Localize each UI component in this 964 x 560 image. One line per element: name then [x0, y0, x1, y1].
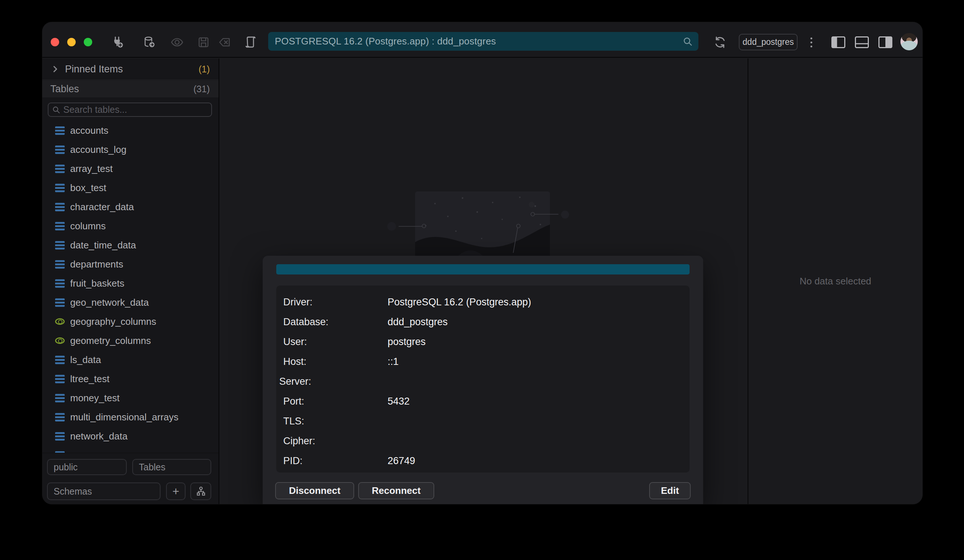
search-icon[interactable] [683, 37, 692, 46]
table-icon [55, 413, 65, 422]
table-row[interactable]: accounts_log [42, 140, 218, 159]
tables-section-header: Tables (31) [42, 80, 218, 98]
info-label: Host: [283, 356, 388, 368]
table-row[interactable]: character_data [42, 197, 218, 217]
save-button[interactable] [197, 35, 210, 49]
connection-info-row: Cipher: [283, 431, 690, 451]
table-icon [55, 318, 65, 325]
toggle-right-sidebar-button[interactable] [878, 36, 892, 48]
table-row[interactable]: departments [42, 255, 218, 274]
tables-header-label: Tables [50, 83, 194, 95]
info-value: ddd_postgres [388, 316, 448, 328]
table-row[interactable]: geography_columns [42, 312, 218, 331]
more-options-button[interactable] [806, 36, 817, 49]
preview-button[interactable] [170, 35, 184, 49]
table-icon [55, 260, 65, 269]
refresh-icon [713, 35, 727, 49]
connection-info-row: Host: ::1 [283, 352, 690, 371]
table-icon [55, 298, 65, 307]
table-row[interactable]: ltree_test [42, 369, 218, 388]
table-name: money_test [70, 392, 119, 404]
schema-selector[interactable]: public [47, 459, 127, 475]
toggle-bottom-panel-button[interactable] [855, 36, 869, 48]
table-row[interactable]: columns [42, 217, 218, 236]
table-row[interactable]: ls_data [42, 350, 218, 369]
refresh-button[interactable] [712, 34, 728, 50]
pinned-items-label: Pinned Items [65, 63, 199, 75]
connection-title: POSTGRESQL 16.2 (Postgres.app) : ddd_pos… [275, 36, 683, 47]
table-row[interactable]: box_test [42, 178, 218, 197]
toggle-left-sidebar-button[interactable] [831, 36, 845, 48]
info-value: 26749 [388, 455, 415, 467]
hierarchy-icon [196, 486, 206, 497]
table-row[interactable]: multi_dimensional_arrays [42, 407, 218, 427]
table-row[interactable]: geo_network_data [42, 293, 218, 312]
schema-diagram-button[interactable] [190, 482, 211, 500]
table-row[interactable]: accounts [42, 121, 218, 140]
vertical-dots-icon [811, 37, 812, 39]
connection-info-row: TLS: [283, 411, 690, 431]
table-search-box [48, 103, 212, 117]
close-window-button[interactable] [51, 38, 59, 46]
object-category-label: Tables [139, 462, 165, 472]
open-database-button[interactable] [142, 35, 156, 49]
tables-count: (31) [194, 84, 210, 94]
clear-button[interactable] [218, 35, 232, 49]
search-icon [52, 106, 60, 114]
plug-plus-icon [111, 36, 124, 49]
app-window: POSTGRESQL 16.2 (Postgres.app) : ddd_pos… [42, 22, 922, 504]
disconnect-button[interactable]: Disconnect [275, 482, 354, 499]
reconnect-button[interactable]: Reconnect [358, 482, 434, 499]
current-database-button[interactable]: ddd_postgres [739, 34, 798, 50]
sql-log-button[interactable] [244, 35, 257, 49]
table-row[interactable]: date_time_data [42, 236, 218, 255]
table-row[interactable] [42, 446, 218, 453]
table-name: fruit_baskets [70, 278, 124, 289]
info-value: PostgreSQL 16.2 (Postgres.app) [388, 296, 531, 308]
object-category-selector[interactable]: Tables [132, 459, 211, 475]
layout-right-icon [878, 36, 892, 48]
connection-progress-bar [276, 264, 690, 275]
table-icon [55, 394, 65, 402]
content-area: Pinned Items (1) Tables (31) [42, 59, 922, 504]
info-label: Port: [283, 396, 388, 407]
table-row[interactable]: network_data [42, 427, 218, 446]
table-name: character_data [70, 201, 134, 213]
table-name: multi_dimensional_arrays [70, 412, 179, 423]
connection-info-panel: Driver: PostgreSQL 16.2 (Postgres.app) D… [276, 285, 690, 472]
table-name: columns [70, 220, 106, 232]
plus-icon: + [172, 485, 179, 498]
table-name: departments [70, 259, 124, 270]
info-label: User: [283, 336, 388, 348]
scroll-icon [244, 36, 257, 49]
info-label: Driver: [283, 296, 388, 308]
no-data-selected-text: No data selected [800, 275, 871, 287]
table-row[interactable]: fruit_baskets [42, 274, 218, 293]
minimize-window-button[interactable] [67, 38, 76, 46]
table-search-input[interactable] [63, 104, 208, 115]
connection-title-bar[interactable]: POSTGRESQL 16.2 (Postgres.app) : ddd_pos… [268, 32, 699, 51]
table-row[interactable]: money_test [42, 388, 218, 407]
user-avatar[interactable] [900, 33, 918, 50]
desktop-background: POSTGRESQL 16.2 (Postgres.app) : ddd_pos… [0, 0, 964, 560]
info-value: ::1 [388, 356, 399, 368]
table-name: ltree_test [70, 373, 109, 385]
info-value: 5432 [388, 396, 410, 407]
info-label: Database: [283, 316, 388, 328]
table-name: ls_data [70, 354, 101, 366]
new-connection-button[interactable] [111, 35, 125, 49]
table-row[interactable]: array_test [42, 159, 218, 178]
connection-info-row: User: postgres [283, 332, 690, 352]
table-icon [55, 203, 65, 211]
table-icon [55, 279, 65, 288]
edit-button[interactable]: Edit [649, 482, 690, 499]
table-icon [55, 375, 65, 383]
add-schema-button[interactable]: + [166, 482, 186, 500]
table-name: box_test [70, 182, 106, 194]
pinned-items-section[interactable]: Pinned Items (1) [42, 59, 218, 80]
info-label: Cipher: [283, 435, 388, 447]
table-row[interactable]: geometry_columns [42, 331, 218, 350]
current-database-label: ddd_postgres [743, 37, 793, 47]
zoom-window-button[interactable] [84, 38, 92, 46]
schemas-button[interactable]: Schemas [47, 482, 161, 500]
